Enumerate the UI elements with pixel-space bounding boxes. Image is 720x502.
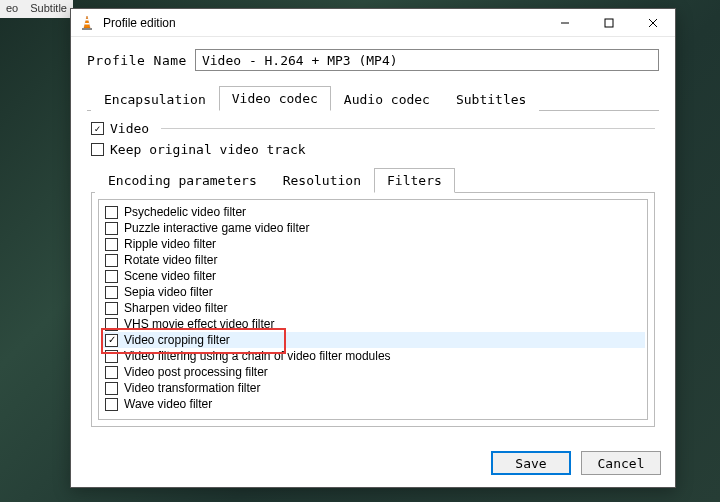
filter-item[interactable]: Video cropping filter	[101, 332, 645, 348]
filter-label: Scene video filter	[124, 269, 216, 283]
keep-original-label: Keep original video track	[110, 142, 306, 157]
filter-checkbox[interactable]	[105, 334, 118, 347]
sub-tabbar: Encoding parameters Resolution Filters	[91, 167, 655, 193]
filter-item[interactable]: Wave video filter	[101, 396, 645, 412]
filter-label: Video transformation filter	[124, 381, 261, 395]
bg-menu-item[interactable]: eo	[6, 2, 18, 16]
tab-resolution[interactable]: Resolution	[270, 168, 374, 193]
maximize-button[interactable]	[587, 9, 631, 37]
group-rule	[161, 128, 655, 129]
filter-item[interactable]: Rotate video filter	[101, 252, 645, 268]
svg-rect-5	[605, 19, 613, 27]
filter-checkbox[interactable]	[105, 366, 118, 379]
svg-rect-3	[82, 28, 92, 30]
bg-menu-item[interactable]: Subtitle	[30, 2, 67, 16]
filter-label: Puzzle interactive game video filter	[124, 221, 309, 235]
tab-audio-codec[interactable]: Audio codec	[331, 87, 443, 111]
filter-item[interactable]: Psychedelic video filter	[101, 204, 645, 220]
filter-item[interactable]: Puzzle interactive game video filter	[101, 220, 645, 236]
video-checkbox[interactable]	[91, 122, 104, 135]
filter-checkbox[interactable]	[105, 222, 118, 235]
filter-item[interactable]: VHS movie effect video filter	[101, 316, 645, 332]
filter-label: Ripple video filter	[124, 237, 216, 251]
filter-item[interactable]: Video filtering using a chain of video f…	[101, 348, 645, 364]
filter-label: Video filtering using a chain of video f…	[124, 349, 391, 363]
profile-edition-dialog: Profile edition Profile Name Encapsulati…	[70, 8, 676, 488]
filter-checkbox[interactable]	[105, 238, 118, 251]
save-button[interactable]: Save	[491, 451, 571, 475]
filter-label: Psychedelic video filter	[124, 205, 246, 219]
main-tabbar: Encapsulation Video codec Audio codec Su…	[87, 85, 659, 111]
tab-video-codec[interactable]: Video codec	[219, 86, 331, 111]
keep-original-checkbox[interactable]	[91, 143, 104, 156]
filter-checkbox[interactable]	[105, 350, 118, 363]
filter-label: Sepia video filter	[124, 285, 213, 299]
filter-item[interactable]: Scene video filter	[101, 268, 645, 284]
filter-checkbox[interactable]	[105, 286, 118, 299]
filter-label: VHS movie effect video filter	[124, 317, 275, 331]
filter-item[interactable]: Sepia video filter	[101, 284, 645, 300]
svg-marker-0	[84, 16, 90, 28]
vlc-cone-icon	[79, 15, 95, 31]
profile-name-input[interactable]	[195, 49, 659, 71]
filter-label: Video post processing filter	[124, 365, 268, 379]
cancel-button[interactable]: Cancel	[581, 451, 661, 475]
svg-rect-2	[85, 23, 90, 25]
filter-checkbox[interactable]	[105, 206, 118, 219]
filter-label: Wave video filter	[124, 397, 212, 411]
close-button[interactable]	[631, 9, 675, 37]
filter-checkbox[interactable]	[105, 302, 118, 315]
filter-item[interactable]: Sharpen video filter	[101, 300, 645, 316]
filter-checkbox[interactable]	[105, 270, 118, 283]
filter-item[interactable]: Video transformation filter	[101, 380, 645, 396]
filter-label: Rotate video filter	[124, 253, 217, 267]
svg-rect-1	[85, 19, 89, 21]
profile-name-label: Profile Name	[87, 53, 187, 68]
minimize-button[interactable]	[543, 9, 587, 37]
tab-filters[interactable]: Filters	[374, 168, 455, 193]
filter-checkbox[interactable]	[105, 398, 118, 411]
tab-encapsulation[interactable]: Encapsulation	[91, 87, 219, 111]
filter-item[interactable]: Ripple video filter	[101, 236, 645, 252]
filter-item[interactable]: Video post processing filter	[101, 364, 645, 380]
filter-label: Video cropping filter	[124, 333, 230, 347]
filter-checkbox[interactable]	[105, 254, 118, 267]
video-checkbox-label: Video	[110, 121, 149, 136]
tab-subtitles[interactable]: Subtitles	[443, 87, 539, 111]
filter-checkbox[interactable]	[105, 318, 118, 331]
dialog-title: Profile edition	[103, 16, 543, 30]
filter-label: Sharpen video filter	[124, 301, 227, 315]
tab-encoding-parameters[interactable]: Encoding parameters	[95, 168, 270, 193]
background-app-menu: eo Subtitle	[0, 0, 73, 18]
filters-list[interactable]: Psychedelic video filterPuzzle interacti…	[99, 200, 647, 419]
titlebar: Profile edition	[71, 9, 675, 37]
filter-checkbox[interactable]	[105, 382, 118, 395]
